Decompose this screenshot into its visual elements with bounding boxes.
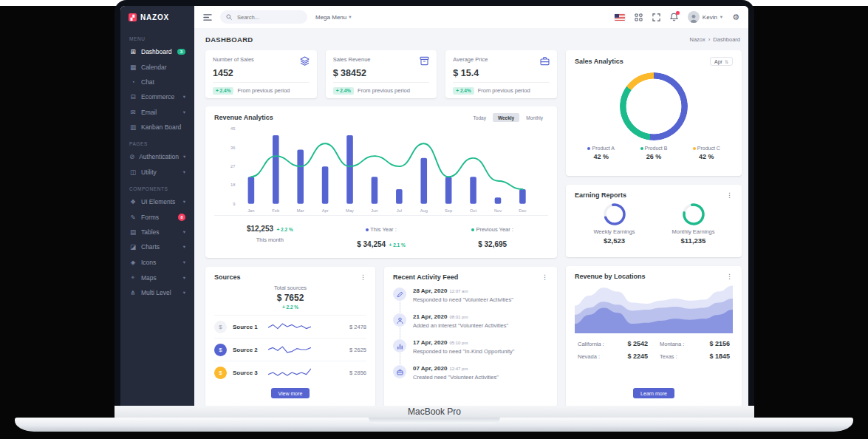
search-box xyxy=(220,10,307,24)
gear-icon[interactable]: ⚙ xyxy=(732,13,739,21)
prev-year-value: $ 32,695 xyxy=(478,240,507,248)
stat-title: Number of Sales xyxy=(213,56,254,63)
toggle-today[interactable]: Today xyxy=(468,113,491,122)
recent-activity-card: Recent Activity Feed ⋮ xyxy=(384,267,557,406)
stat-note: From previous period xyxy=(478,87,530,94)
brand-logo[interactable]: ▞ NAZOX xyxy=(120,6,194,28)
sidebar-item-label: Authentication xyxy=(139,153,179,160)
dashboard-icon: ⊞ xyxy=(129,48,137,55)
ui-elements-icon: ❖ xyxy=(129,198,137,205)
chevron-down-icon: ▾ xyxy=(183,199,185,205)
authentication-icon: ⊘ xyxy=(129,153,134,160)
legend-dot xyxy=(587,147,590,150)
apps-grid-icon[interactable] xyxy=(635,13,643,21)
stat-delta-badge: + 2.4% xyxy=(213,87,233,95)
stat-note: From previous period xyxy=(358,87,410,94)
source-1-icon: $ xyxy=(214,321,227,333)
source-row[interactable]: $ Source 2 $ 2625 xyxy=(214,338,366,361)
sidebar-item-tables[interactable]: ▤ Tables ▾ xyxy=(120,225,194,239)
stat-note: From previous period xyxy=(237,87,290,94)
source-sparkline xyxy=(268,367,311,378)
activity-text: Responded to need "In-Kind Opportunity" xyxy=(413,348,515,355)
search-input[interactable] xyxy=(236,13,296,21)
this-year-label: This Year : xyxy=(366,226,396,233)
sidebar-item-icons[interactable]: ◈ Icons ▾ xyxy=(120,255,194,270)
sidebar-item-ecommerce[interactable]: ⊟ Ecommerce ▾ xyxy=(120,89,194,104)
card-title: Revenue Analytics xyxy=(214,114,273,121)
kebab-menu-icon[interactable]: ⋮ xyxy=(726,192,733,199)
toggle-monthly[interactable]: Monthly xyxy=(521,113,548,122)
stat-card-sales-revenue: Sales Revenue $ 38452 + 2.4% From previ xyxy=(326,50,437,98)
toggle-weekly[interactable]: Weekly xyxy=(493,113,519,122)
source-row[interactable]: $ Source 1 $ 2478 xyxy=(214,315,366,338)
kebab-menu-icon[interactable]: ⋮ xyxy=(360,274,366,281)
source-name: Source 1 xyxy=(233,324,262,330)
location-stat: Nevada : $ 2245 xyxy=(578,353,648,360)
sidebar-item-dashboard[interactable]: ⊞ Dashboard 3 xyxy=(120,44,194,59)
calendar-icon: ▦ xyxy=(129,64,137,71)
mega-menu[interactable]: Mega Menu ▾ xyxy=(315,14,352,21)
sidebar-item-label: Ecommerce xyxy=(141,93,174,101)
total-sources-label: Total sources xyxy=(214,285,366,291)
sidebar-item-multi-level[interactable]: ⋔ Multi Level ▾ xyxy=(120,285,194,300)
source-name: Source 2 xyxy=(233,347,262,353)
macbook-mockup: ▞ NAZOX MENU ⊞ Dashboard 3 ▦ Calendar xyxy=(0,0,868,439)
search-icon xyxy=(226,14,232,20)
svg-text:Nov: Nov xyxy=(494,208,502,213)
source-row[interactable]: $ Source 3 $ 2856 xyxy=(214,361,366,384)
avatar xyxy=(688,11,700,23)
view-more-button[interactable]: View more xyxy=(271,388,310,398)
earnings-label: Weekly Earnings xyxy=(593,228,635,235)
svg-text:Jun: Jun xyxy=(371,208,377,213)
sidebar-item-ui-elements[interactable]: ❖ UI Elements ▾ xyxy=(120,194,194,209)
svg-text:May: May xyxy=(346,208,354,213)
svg-text:Feb: Feb xyxy=(272,208,279,213)
activity-text: Responded to need "Volunteer Activities" xyxy=(413,296,513,303)
sidebar-item-maps[interactable]: ⌖ Maps ▾ xyxy=(120,270,194,285)
nav-section-components: COMPONENTS xyxy=(120,180,194,194)
card-title: Revenue by Locations xyxy=(575,273,646,280)
user-menu[interactable]: Kevin ▾ xyxy=(688,11,722,23)
chevron-down-icon: ▾ xyxy=(183,275,185,281)
revenue-analytics-summary: $12,253 + 2.2 % This month This Year : $… xyxy=(214,215,548,251)
this-year-delta: + 2.1 % xyxy=(389,242,406,248)
svg-text:Aug: Aug xyxy=(420,208,428,213)
kebab-menu-icon[interactable]: ⋮ xyxy=(541,274,548,281)
nav-section-menu: MENU xyxy=(120,30,194,44)
kanban-icon: ▥ xyxy=(129,123,137,131)
sidebar-item-chat[interactable]: ◔ Chat xyxy=(120,75,194,89)
hamburger-menu-icon[interactable] xyxy=(203,13,212,21)
sidebar-item-utility[interactable]: ◫ Utility ▾ xyxy=(120,165,194,180)
dashboard-app: ▞ NAZOX MENU ⊞ Dashboard 3 ▦ Calendar xyxy=(120,6,748,406)
kebab-menu-icon[interactable]: ⋮ xyxy=(726,273,733,280)
sidebar-item-email[interactable]: ✉ Email ▾ xyxy=(120,105,194,120)
legend-dot xyxy=(640,147,643,150)
maps-icon: ⌖ xyxy=(129,273,137,282)
learn-more-button[interactable]: Learn more xyxy=(633,388,674,398)
breadcrumb-home[interactable]: Nazox xyxy=(690,36,705,43)
fullscreen-icon[interactable] xyxy=(652,13,660,21)
stat-card-average-price: Average Price $ 15.4 + 2.4% From previo xyxy=(445,50,557,98)
legend-item: Product A xyxy=(575,146,627,151)
chevron-down-icon: ▾ xyxy=(183,244,185,250)
language-flag-icon[interactable] xyxy=(615,14,625,21)
stat-cards-row: Number of Sales 1452 + 2.4% From previo xyxy=(205,50,557,98)
chevron-down-icon: ▾ xyxy=(183,154,185,160)
svg-text:Apr: Apr xyxy=(322,208,329,213)
breadcrumb-current: Dashboard xyxy=(713,36,740,43)
sidebar-item-forms[interactable]: ✎ Forms 8 xyxy=(120,209,194,224)
legend-pct: 26 % xyxy=(627,153,680,160)
sidebar-item-authentication[interactable]: ⊘ Authentication ▾ xyxy=(120,149,194,164)
notifications-bell-icon[interactable] xyxy=(670,13,678,21)
svg-text:36: 36 xyxy=(230,146,235,150)
svg-text:Dec: Dec xyxy=(519,208,526,213)
total-sources-value: $ 7652 xyxy=(214,293,366,303)
period-select[interactable]: Apr ⇅ xyxy=(710,57,733,66)
chevron-down-icon: ▾ xyxy=(183,259,185,265)
source-sparkline xyxy=(268,321,311,333)
source-2-icon: $ xyxy=(214,344,227,356)
sidebar-item-calendar[interactable]: ▦ Calendar xyxy=(120,59,194,74)
activity-item: 28 Apr, 202012:07 am Responded to need "… xyxy=(393,287,548,313)
sidebar-item-charts[interactable]: ◪ Charts ▾ xyxy=(120,239,194,254)
sidebar-item-kanban-board[interactable]: ▥ Kanban Board xyxy=(120,120,194,135)
